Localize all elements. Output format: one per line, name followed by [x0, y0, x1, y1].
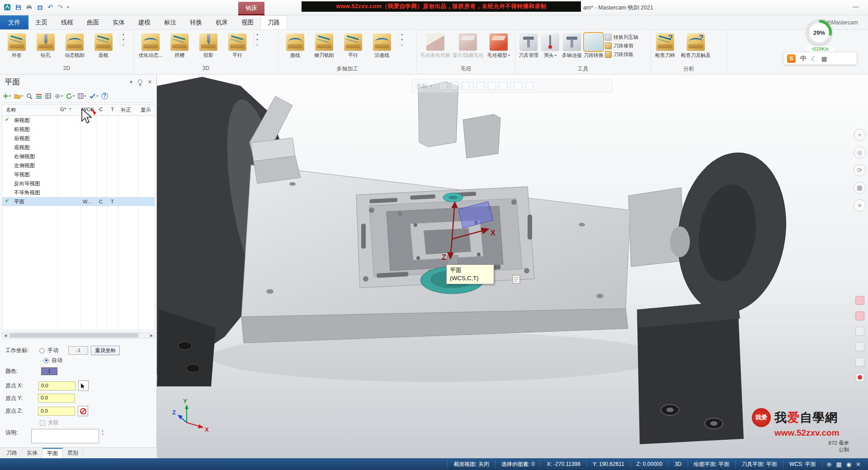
- color-swatch[interactable]: 1: [41, 367, 57, 375]
- capture-tool-button[interactable]: [855, 342, 864, 351]
- ribbon-item-toolpath-nesting[interactable]: 刀路排版: [605, 51, 648, 58]
- scroll-right-icon[interactable]: ▶: [148, 334, 155, 338]
- floatbar-tool-button[interactable]: [525, 82, 533, 90]
- print-icon[interactable]: [26, 4, 33, 11]
- gallery-scroll-2d[interactable]: ▴▾≡: [120, 32, 127, 47]
- close-icon[interactable]: ✕: [856, 461, 861, 468]
- panel-menu-caret-icon[interactable]: ▾: [130, 79, 132, 85]
- ribbon-item-probe[interactable]: 测头▾: [540, 32, 561, 59]
- floatbar-tool-button[interactable]: [462, 82, 470, 90]
- columns-icon[interactable]: ▾: [78, 93, 86, 99]
- ribbon-item-toolpath-trim[interactable]: 刀路修剪: [605, 42, 648, 49]
- ribbon-item-tool-manager[interactable]: 刀具管理: [518, 32, 539, 59]
- ime-toolbar[interactable]: S 中 ☾ ▦: [783, 52, 857, 65]
- redo-icon[interactable]: ↷: [57, 2, 63, 12]
- ime-language-indicator[interactable]: 中: [800, 55, 807, 63]
- save-icon[interactable]: [15, 4, 22, 11]
- floatbar-tool-button[interactable]: [499, 82, 507, 90]
- keyboard-icon[interactable]: ▦: [821, 55, 827, 62]
- auto-radio[interactable]: [43, 358, 49, 363]
- floatbar-tool-button[interactable]: [488, 82, 496, 90]
- plane-row[interactable]: ✔俯视图: [2, 116, 155, 125]
- help-icon[interactable]: ?: [101, 93, 108, 99]
- ribbon-item-check-tool-reach[interactable]: ?检查刀具触及: [677, 32, 714, 59]
- ribbon-item-stock-shading[interactable]: 毛坯着色切换: [420, 32, 451, 59]
- plane-row[interactable]: 反向等视图: [2, 179, 155, 188]
- wcs-selector[interactable]: WCS: 平面: [783, 461, 822, 468]
- ribbon-item-stock-model[interactable]: 毛坯模型▾: [485, 32, 512, 59]
- viewport-menu-button[interactable]: ≡: [854, 199, 866, 212]
- ribbon-item-convert-5axis[interactable]: 转换到五轴: [605, 34, 648, 41]
- ribbon-item-stock-visibility[interactable]: 显示/隐藏毛坯: [452, 32, 484, 59]
- keyboard-icon[interactable]: ▦: [836, 461, 841, 468]
- viewport-target-button[interactable]: ◎: [854, 146, 866, 159]
- ribbon-item-parallel-5ax[interactable]: 平行: [339, 32, 367, 59]
- follow-rules-icon[interactable]: ▾: [89, 93, 98, 99]
- floatbar-tool-button[interactable]: [514, 82, 522, 90]
- folder-button[interactable]: ▾: [14, 94, 23, 99]
- ribbon-item-optirough[interactable]: 优化动态...: [137, 32, 165, 59]
- associative-checkbox[interactable]: [40, 420, 45, 426]
- chevron-down-icon[interactable]: ▾: [430, 84, 432, 88]
- origin-y-field[interactable]: 0.0: [38, 394, 75, 403]
- tab-machine[interactable]: 机床: [209, 15, 235, 29]
- plane-row[interactable]: 不等角视图: [2, 188, 155, 197]
- selection-floatbar[interactable]: 光标 ▾: [411, 79, 613, 93]
- ribbon-item-parallel-3d[interactable]: 平行: [223, 32, 251, 59]
- display-options-icon[interactable]: [36, 94, 42, 99]
- capture-record-button[interactable]: [855, 373, 864, 382]
- graphics-viewport[interactable]: X Z Y X Z 光标 ▾: [157, 75, 868, 458]
- tab-view[interactable]: 视图: [235, 15, 260, 29]
- column-header[interactable]: 名称: [6, 107, 16, 113]
- origin-z-field[interactable]: 0.0: [38, 407, 75, 416]
- tab-home[interactable]: 主页: [28, 15, 54, 29]
- plane-row[interactable]: 前视图: [2, 125, 155, 134]
- minimize-button[interactable]: —: [850, 3, 862, 10]
- grid-view-icon[interactable]: [45, 93, 51, 99]
- ribbon-item-multiaxis-link[interactable]: 多轴连接: [561, 32, 582, 59]
- spin-up-icon[interactable]: ▴: [102, 429, 104, 432]
- cursor-z-readout[interactable]: Z: 0.00000: [630, 461, 668, 467]
- gallery-scroll-3d[interactable]: ▴▾≡: [254, 32, 260, 47]
- tab-surface[interactable]: 曲面: [80, 15, 106, 29]
- column-header[interactable]: T: [111, 107, 114, 112]
- ribbon-item-toolpath-transform[interactable]: 刀路转换: [583, 32, 604, 59]
- undo-icon[interactable]: ↶: [47, 2, 53, 12]
- horizontal-scrollbar[interactable]: ◀ ▶: [2, 332, 155, 338]
- gallery-scroll-multiaxis[interactable]: ▴▾≡: [398, 32, 405, 47]
- cplane-selector[interactable]: 绘图平面: 平面: [688, 461, 736, 468]
- capture-tool-button[interactable]: [855, 296, 864, 305]
- close-icon[interactable]: ✕: [148, 79, 152, 85]
- capture-tool-button[interactable]: [855, 311, 864, 320]
- plane-row[interactable]: 后视图: [2, 134, 155, 143]
- capture-tool-button[interactable]: [855, 327, 864, 336]
- scroll-left-icon[interactable]: ◀: [2, 334, 9, 338]
- search-icon[interactable]: [26, 93, 33, 99]
- plane-row-selected[interactable]: ✔ 平面 W... C T: [2, 197, 155, 206]
- pin-icon[interactable]: [138, 80, 142, 84]
- tab-levels-manager[interactable]: 层别: [63, 448, 83, 458]
- ribbon-item-swarf[interactable]: 侧刃铣削: [310, 32, 338, 59]
- tab-solids-manager[interactable]: 实体: [22, 448, 42, 458]
- context-tab-mill[interactable]: 铣床: [238, 2, 264, 15]
- tab-file[interactable]: 文件: [0, 15, 28, 29]
- tab-planes-manager[interactable]: 平面: [42, 448, 63, 458]
- moon-icon[interactable]: ☾: [811, 55, 817, 62]
- spin-down-icon[interactable]: ▾: [102, 432, 104, 436]
- reset-coordinate-button[interactable]: 重设坐标: [91, 346, 120, 355]
- disable-origin-button[interactable]: [78, 406, 88, 416]
- ribbon-item-check-holder[interactable]: ?检查刀柄: [654, 32, 676, 59]
- floatbar-tool-button[interactable]: [450, 82, 458, 90]
- ribbon-item-face-mill[interactable]: 面铣: [90, 32, 118, 59]
- tab-toolpaths[interactable]: 刀路: [260, 15, 287, 29]
- tab-drafting[interactable]: 标注: [157, 15, 183, 29]
- origin-x-field[interactable]: 0.0: [38, 381, 75, 390]
- customize-caret-icon[interactable]: ▾: [67, 5, 69, 9]
- ribbon-item-dynamic-mill[interactable]: 动态铣削: [61, 32, 89, 59]
- scrollbar-thumb[interactable]: [9, 333, 138, 338]
- cursor-x-readout[interactable]: X: -270.11398: [540, 461, 586, 467]
- tab-solid[interactable]: 实体: [106, 15, 132, 29]
- ime-logo-icon[interactable]: S: [787, 54, 796, 63]
- add-plane-button[interactable]: ▾: [3, 93, 11, 99]
- tplane-selector[interactable]: 刀具平面: 平面: [735, 461, 783, 468]
